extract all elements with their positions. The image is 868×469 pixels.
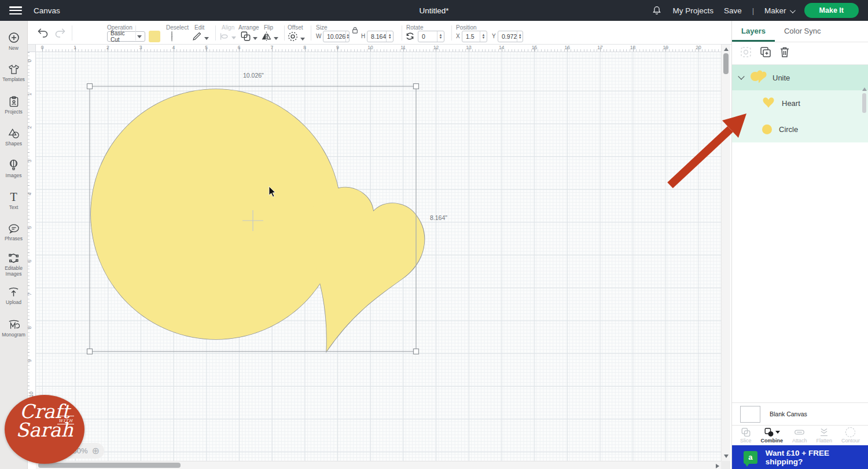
height-field-label: H [361, 33, 365, 39]
x-position-input[interactable]: 1.5▲▼ [462, 31, 487, 42]
topbar-separator: | [752, 6, 754, 15]
vertical-scroll-thumb[interactable] [723, 53, 729, 74]
width-input[interactable]: 10.026▲▼ [323, 31, 350, 42]
layers-list-scrollbar[interactable] [862, 87, 867, 122]
blank-canvas-row[interactable]: Blank Canvas [732, 402, 868, 425]
lock-ratio-icon[interactable] [352, 25, 358, 36]
sidebar-item-upload[interactable]: Upload [0, 280, 27, 312]
redo-button[interactable] [54, 28, 66, 40]
operation-select[interactable]: Basic Cut [107, 31, 145, 42]
rotate-icon[interactable] [405, 31, 415, 43]
stepper-arrows[interactable]: ▲▼ [517, 31, 523, 42]
height-input[interactable]: 8.164▲▼ [367, 31, 393, 42]
my-projects-link[interactable]: My Projects [672, 6, 713, 15]
slice-button: Slice [740, 427, 752, 444]
edit-toolbar: Operation Basic Cut Deselect Edit Align … [28, 21, 731, 45]
rotate-input[interactable]: 0▲▼ [418, 31, 444, 42]
rotate-label: Rotate [406, 24, 423, 31]
color-swatch[interactable] [149, 31, 160, 42]
group-name: Unite [773, 74, 790, 82]
monogram-icon [8, 319, 20, 330]
scroll-up-arrow[interactable] [724, 47, 729, 51]
flip-icon[interactable] [262, 31, 278, 43]
deselect-icon[interactable] [171, 31, 172, 42]
notifications-bell-icon[interactable] [652, 5, 662, 16]
clipboard-icon [9, 96, 19, 107]
h-ruler-tick: 10 [367, 45, 373, 50]
canvas-vertical-scrollbar[interactable] [721, 45, 730, 461]
h-ruler-tick: 15 [532, 45, 537, 50]
canvas-horizontal-scrollbar[interactable] [36, 461, 721, 469]
sidebar-item-monogram[interactable]: Monogram [0, 312, 27, 344]
contour-button: Contour [841, 427, 860, 444]
stepper-arrows[interactable]: ▲▼ [386, 31, 393, 42]
tab-layers[interactable]: Layers [732, 21, 775, 42]
h-ruler-tick: 7 [271, 45, 274, 50]
layer-name: Heart [782, 99, 800, 108]
h-ruler-tick: 20 [696, 45, 701, 50]
layer-row-heart[interactable]: Heart [732, 90, 868, 116]
zoom-in-icon[interactable]: ⊕ [92, 445, 100, 456]
balloon-icon [9, 159, 19, 171]
h-ruler-tick: 1 [73, 45, 76, 50]
undo-button[interactable] [37, 28, 49, 40]
flip-label: Flip [264, 24, 273, 31]
align-icon [220, 32, 236, 43]
arrange-icon[interactable] [241, 31, 258, 43]
edit-pencil-icon[interactable] [192, 31, 209, 43]
y-position-input[interactable]: 0.972▲▼ [498, 31, 523, 42]
h-ruler-tick: 13 [466, 45, 471, 50]
horizontal-scroll-thumb[interactable] [38, 463, 181, 468]
offset-icon[interactable] [288, 31, 305, 44]
promo-app-icon: a [744, 451, 757, 464]
layer-group-unite[interactable]: Unite [732, 65, 868, 90]
sidebar-item-phrases[interactable]: Phrases [0, 217, 27, 248]
delete-trash-icon[interactable] [779, 46, 790, 60]
sidebar-item-text[interactable]: T Text [0, 185, 27, 217]
sidebar-item-images[interactable]: Images [0, 153, 27, 185]
h-ruler-tick: 18 [630, 45, 635, 50]
machine-selector[interactable]: Maker [764, 6, 794, 15]
layer-row-circle[interactable]: Circle [732, 116, 868, 142]
group-expand-chevron-icon[interactable] [738, 73, 744, 79]
height-dimension-label: 8.164" [430, 214, 447, 221]
chevron-down-icon [790, 8, 796, 13]
h-ruler-tick: 14 [499, 45, 504, 50]
sidebar-item-projects[interactable]: Projects [0, 89, 27, 121]
flatten-button: Flatten [816, 427, 832, 444]
tab-color-sync[interactable]: Color Sync [775, 21, 830, 42]
y-field-label: Y [492, 33, 496, 39]
x-field-label: X [456, 33, 460, 39]
stepper-arrows[interactable]: ▲▼ [480, 31, 487, 42]
offset-label: Offset [288, 24, 303, 31]
h-ruler-tick: 5 [205, 45, 208, 50]
sidebar-item-templates[interactable]: Templates [0, 57, 27, 89]
size-label: Size [316, 24, 327, 31]
promo-banner[interactable]: a Want £10 + FREE shipping? [732, 445, 868, 469]
promo-text: Want £10 + FREE shipping? [766, 449, 868, 466]
duplicate-icon[interactable] [760, 46, 771, 60]
hamburger-menu-icon[interactable] [9, 6, 22, 14]
sidebar-item-shapes[interactable]: Shapes [0, 121, 27, 153]
design-canvas[interactable]: 10.026" 8.164" [36, 52, 721, 461]
stepper-arrows[interactable]: ▲▼ [437, 31, 444, 42]
position-label: Position [456, 24, 477, 31]
align-label: Align [222, 24, 234, 31]
scroll-right-arrow[interactable] [716, 464, 719, 468]
sidebar-item-editable-images[interactable]: Editable Images [0, 248, 27, 280]
stepper-arrows[interactable]: ▲▼ [345, 31, 350, 42]
toolbar-divider [402, 25, 402, 41]
save-link[interactable]: Save [724, 6, 742, 15]
canvas-menu-label[interactable]: Canvas [34, 6, 60, 15]
horizontal-ruler: 01234567891011121314151617181920 [36, 45, 721, 52]
list-scroll-thumb[interactable] [862, 93, 866, 113]
h-ruler-tick: 9 [336, 45, 339, 50]
sidebar-item-new[interactable]: New [0, 25, 27, 57]
scroll-up-arrow[interactable] [862, 87, 867, 91]
h-ruler-tick: 11 [400, 45, 406, 50]
toolbar-divider [284, 25, 285, 41]
make-it-button[interactable]: Make It [804, 3, 859, 18]
h-ruler-tick: 0 [41, 45, 44, 50]
scroll-down-arrow[interactable] [724, 455, 729, 458]
combine-button[interactable]: Combine [760, 427, 783, 444]
